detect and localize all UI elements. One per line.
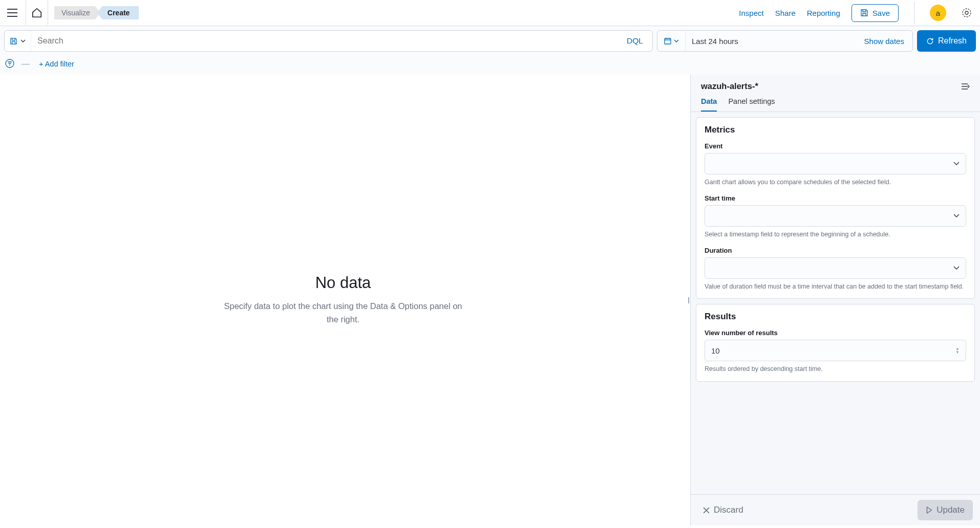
discard-button-label: Discard [714, 505, 743, 515]
svg-point-0 [963, 9, 971, 17]
refresh-button-label: Refresh [938, 36, 967, 46]
event-field-label: Event [705, 142, 966, 150]
nav-menu-button[interactable] [7, 7, 19, 19]
chevron-down-icon [20, 39, 26, 42]
inspect-link[interactable]: Inspect [739, 9, 763, 17]
filter-divider: — [22, 59, 30, 69]
results-section: Results View number of results 10 ▲▼ Res… [696, 304, 975, 382]
save-button[interactable]: Save [851, 4, 899, 22]
user-avatar[interactable]: a [930, 5, 946, 21]
results-count-value: 10 [711, 346, 720, 355]
number-stepper[interactable]: ▲▼ [955, 347, 962, 354]
share-link[interactable]: Share [775, 9, 796, 17]
empty-state-subtitle: Specify data to plot the chart using the… [220, 299, 466, 326]
chevron-down-icon [953, 214, 960, 218]
chevron-down-icon [953, 162, 960, 166]
event-field-help: Gantt chart allows you to compare schedu… [705, 178, 966, 187]
filter-options-icon[interactable] [5, 59, 15, 69]
save-button-label: Save [872, 9, 890, 17]
refresh-button[interactable]: Refresh [917, 30, 976, 52]
options-panel: wazuh-alerts-* Data Panel settings Metri… [690, 74, 980, 525]
calendar-button[interactable] [657, 31, 686, 51]
close-icon [703, 507, 710, 514]
reporting-link[interactable]: Reporting [807, 9, 840, 17]
saved-queries-button[interactable] [5, 30, 31, 52]
duration-field-help: Value of duration field must be a time i… [705, 282, 966, 292]
date-range-picker[interactable]: Last 24 hours Show dates [657, 30, 913, 52]
show-dates-link[interactable]: Show dates [856, 37, 912, 46]
start-time-field-help: Select a timestamp field to represent th… [705, 230, 966, 239]
dql-toggle[interactable]: DQL [617, 36, 652, 46]
collapse-panel-icon[interactable] [961, 83, 970, 90]
save-icon [860, 9, 868, 17]
duration-field-label: Duration [705, 247, 966, 254]
results-field-help: Results ordered by descending start time… [705, 364, 966, 374]
tab-data[interactable]: Data [701, 97, 717, 112]
svg-point-1 [965, 11, 968, 14]
chevron-down-icon [674, 39, 679, 42]
update-button-label: Update [936, 505, 965, 515]
metrics-section: Metrics Event Gantt chart allows you to … [696, 117, 975, 299]
breadcrumb-visualize[interactable]: Visualize [54, 6, 100, 19]
calendar-icon [664, 37, 672, 45]
refresh-icon [926, 37, 934, 45]
breadcrumb-create: Create [97, 6, 139, 19]
duration-field-select[interactable] [705, 257, 966, 279]
home-button[interactable] [26, 1, 48, 25]
play-icon [926, 507, 932, 514]
panel-resize-handle[interactable]: || [686, 74, 690, 525]
start-time-field-select[interactable] [705, 205, 966, 227]
help-icon[interactable] [962, 8, 972, 18]
results-count-label: View number of results [705, 329, 966, 337]
metrics-section-title: Metrics [705, 125, 966, 135]
event-field-select[interactable] [705, 153, 966, 174]
discard-button[interactable]: Discard [698, 501, 749, 519]
empty-state-title: No data [315, 274, 371, 292]
visualization-canvas: No data Specify data to plot the chart u… [0, 74, 686, 525]
results-count-input[interactable]: 10 ▲▼ [705, 340, 966, 361]
date-range-value[interactable]: Last 24 hours [686, 37, 856, 46]
search-input[interactable] [31, 31, 617, 51]
breadcrumb: Visualize Create [54, 6, 139, 19]
svg-rect-2 [665, 38, 671, 44]
start-time-field-label: Start time [705, 194, 966, 202]
save-icon [10, 37, 17, 45]
index-pattern-title[interactable]: wazuh-alerts-* [701, 81, 758, 91]
add-filter-button[interactable]: + Add filter [36, 60, 74, 68]
divider [914, 2, 914, 24]
results-section-title: Results [705, 312, 966, 322]
chevron-down-icon [953, 266, 960, 270]
tab-panel-settings[interactable]: Panel settings [728, 97, 775, 112]
update-button[interactable]: Update [918, 500, 973, 520]
